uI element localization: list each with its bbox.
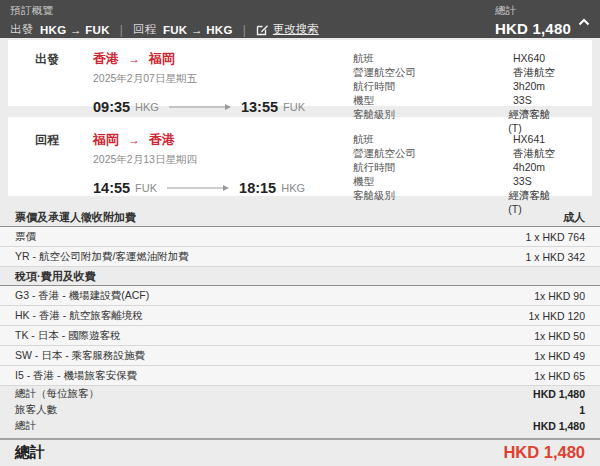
origin-city: 香港 bbox=[93, 50, 119, 68]
tax-row-value: 1x HKD 49 bbox=[534, 350, 585, 362]
depart-route-codes: HKG → FUK bbox=[40, 24, 110, 36]
subtotal-row: 總計 HKD 1,480 bbox=[0, 418, 600, 434]
tax-row-value: 1x HKD 65 bbox=[534, 370, 585, 382]
route-arrow-icon: → bbox=[128, 133, 140, 147]
departure-time: 14:55 bbox=[93, 180, 130, 196]
tax-row-tk: TK - 日本 - 國際遊客稅 1x HKD 50 bbox=[0, 326, 600, 346]
departure-city-route: 香港 → 福岡 bbox=[93, 50, 353, 68]
flight-duration-value: 4h20m bbox=[513, 160, 545, 174]
change-search-label: 更改搜索 bbox=[273, 22, 319, 37]
fare-row-label: YR - 航空公司附加費/客運燃油附加費 bbox=[15, 250, 189, 264]
fare-section-title: 票價及承運人徵收附加費 bbox=[15, 210, 136, 225]
return-label: 回程 bbox=[35, 131, 93, 196]
chevron-up-icon[interactable] bbox=[578, 18, 590, 26]
cabin-class-label: 客艙級別 bbox=[353, 188, 508, 216]
grand-total-label: 總計 bbox=[15, 443, 45, 462]
departure-flight-details: 航班HX640 營運航空公司香港航空 航行時間3h20m 機型33S 客艙級別經… bbox=[353, 50, 592, 106]
return-flight-details: 航班HX641 營運航空公司香港航空 航行時間4h20m 機型33S 客艙級別經… bbox=[353, 131, 592, 196]
header-total-label: 總計 bbox=[495, 4, 516, 18]
subtotal-label: 總計 bbox=[15, 419, 36, 433]
fare-row-label: 票價 bbox=[15, 230, 36, 244]
departure-date: 2025年2月07日星期五 bbox=[93, 72, 353, 86]
passenger-count-row: 旅客人數 1 bbox=[0, 402, 600, 418]
departure-airport-code: FUK bbox=[135, 182, 157, 194]
departure-times: 09:35 HKG 13:55 FUK bbox=[93, 99, 353, 115]
flight-path-arrow-icon bbox=[167, 184, 229, 192]
operating-carrier-value: 香港航空 bbox=[513, 146, 555, 160]
destination-city: 香港 bbox=[149, 131, 175, 149]
tax-row-value: 1x HKD 90 bbox=[534, 290, 585, 302]
tax-row-hk: HK - 香港 - 航空旅客離境稅 1x HKD 120 bbox=[0, 306, 600, 326]
flight-number-value: HX641 bbox=[513, 132, 545, 146]
return-city-route: 福岡 → 香港 bbox=[93, 131, 353, 149]
passenger-type-label: 成人 bbox=[563, 210, 585, 225]
flight-number-value: HX640 bbox=[513, 51, 545, 65]
arrival-time: 18:15 bbox=[239, 180, 276, 196]
grand-total-value: HKD 1,480 bbox=[503, 443, 585, 462]
aircraft-type-label: 機型 bbox=[353, 174, 513, 188]
route-arrow-icon: → bbox=[128, 52, 140, 66]
fare-row-base-fare: 票價 1 x HKD 764 bbox=[0, 227, 600, 247]
departure-time: 09:35 bbox=[93, 99, 130, 115]
fare-row-value: 1 x HKD 342 bbox=[525, 251, 585, 263]
depart-segment-label: 出發 bbox=[10, 22, 33, 37]
tax-section-header: 稅項·費用及收費 bbox=[0, 267, 600, 286]
fare-breakdown: 票價及承運人徵收附加費 成人 票價 1 x HKD 764 YR - 航空公司附… bbox=[0, 208, 600, 465]
tax-row-i5: I5 - 香港 - 機場旅客安保費 1x HKD 65 bbox=[0, 366, 600, 386]
return-date: 2025年2月13日星期四 bbox=[93, 153, 353, 167]
aircraft-type-value: 33S bbox=[513, 93, 532, 107]
fare-row-yr-surcharge: YR - 航空公司附加費/客運燃油附加費 1 x HKD 342 bbox=[0, 247, 600, 267]
passenger-count-value: 1 bbox=[579, 404, 585, 416]
tax-section-title: 稅項·費用及收費 bbox=[15, 269, 96, 284]
destination-city: 福岡 bbox=[149, 50, 175, 68]
arrival-airport-code: HKG bbox=[281, 182, 305, 194]
tax-row-value: 1x HKD 50 bbox=[534, 330, 585, 342]
passenger-count-label: 旅客人數 bbox=[15, 403, 57, 417]
arrival-airport-code: FUK bbox=[283, 101, 305, 113]
flight-duration-value: 3h20m bbox=[513, 79, 545, 93]
change-search-link[interactable]: 更改搜索 bbox=[256, 22, 319, 37]
divider: | bbox=[243, 23, 246, 37]
departure-airport-code: HKG bbox=[135, 101, 159, 113]
divider: | bbox=[120, 23, 123, 37]
flight-duration-label: 航行時間 bbox=[353, 79, 513, 93]
flight-path-arrow-icon bbox=[169, 103, 231, 111]
return-route-codes: FUK → HKG bbox=[163, 24, 233, 36]
departure-label: 出發 bbox=[35, 50, 93, 106]
aircraft-type-value: 33S bbox=[513, 174, 532, 188]
tax-row-value: 1x HKD 120 bbox=[528, 310, 585, 322]
tax-row-label: TK - 日本 - 國際遊客稅 bbox=[15, 329, 121, 343]
flight-duration-label: 航行時間 bbox=[353, 160, 513, 174]
operating-carrier-label: 營運航空公司 bbox=[353, 65, 513, 79]
cabin-class-value: 經濟客艙(T) bbox=[508, 188, 562, 216]
edit-icon bbox=[256, 23, 269, 36]
tax-row-label: I5 - 香港 - 機場旅客安保費 bbox=[15, 369, 137, 383]
total-per-passenger-label: 總計（每位旅客） bbox=[15, 387, 99, 401]
origin-city: 福岡 bbox=[93, 131, 119, 149]
total-per-passenger-row: 總計（每位旅客） HKD 1,480 bbox=[0, 386, 600, 402]
flight-number-label: 航班 bbox=[353, 51, 513, 65]
header-total-value: HKD 1,480 bbox=[495, 20, 571, 37]
subtotal-value: HKD 1,480 bbox=[533, 420, 585, 432]
page-title: 預訂概覽 bbox=[10, 4, 319, 18]
operating-carrier-value: 香港航空 bbox=[513, 65, 555, 79]
arrival-time: 13:55 bbox=[241, 99, 278, 115]
flight-number-label: 航班 bbox=[353, 132, 513, 146]
aircraft-type-label: 機型 bbox=[353, 93, 513, 107]
tax-row-label: SW - 日本 - 乘客服務設施費 bbox=[15, 349, 145, 363]
tax-row-label: HK - 香港 - 航空旅客離境稅 bbox=[15, 309, 143, 323]
grand-total-bar: 總計 HKD 1,480 bbox=[0, 438, 600, 465]
return-segment-label: 回程 bbox=[133, 22, 156, 37]
return-times: 14:55 FUK 18:15 HKG bbox=[93, 180, 353, 196]
tax-row-label: G3 - 香港 - 機場建設費(ACF) bbox=[15, 289, 149, 303]
operating-carrier-label: 營運航空公司 bbox=[353, 146, 513, 160]
route-summary: 出發 HKG → FUK | 回程 FUK → HKG | 更改搜索 bbox=[10, 22, 319, 37]
booking-summary-header: 預訂概覽 出發 HKG → FUK | 回程 FUK → HKG | 更改搜索 … bbox=[0, 0, 600, 38]
fare-row-value: 1 x HKD 764 bbox=[525, 231, 585, 243]
total-per-passenger-value: HKD 1,480 bbox=[533, 388, 585, 400]
tax-row-g3: G3 - 香港 - 機場建設費(ACF) 1x HKD 90 bbox=[0, 286, 600, 306]
tax-row-sw: SW - 日本 - 乘客服務設施費 1x HKD 49 bbox=[0, 346, 600, 366]
departure-flight-card: 出發 香港 → 福岡 2025年2月07日星期五 09:35 HKG 13:55… bbox=[8, 40, 592, 106]
